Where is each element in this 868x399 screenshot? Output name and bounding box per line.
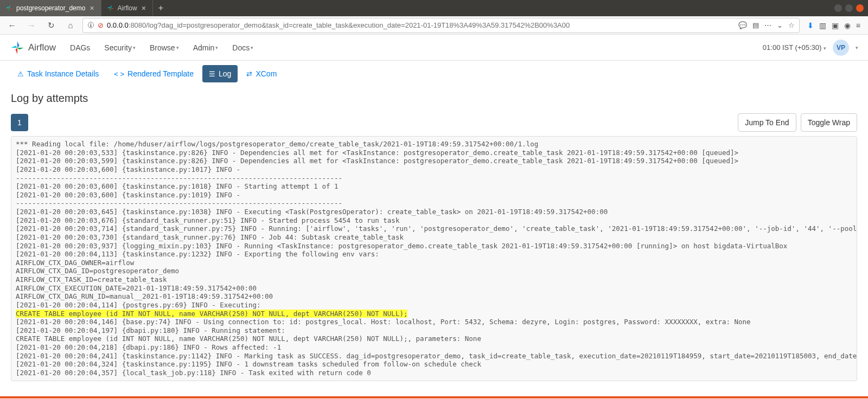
- tab-log[interactable]: ☰ Log: [202, 65, 238, 82]
- nav-browse[interactable]: Browse▾: [150, 43, 179, 52]
- progress-bar: [0, 396, 868, 398]
- airflow-navbar: Airflow DAGs Security▾ Browse▾ Admin▾ Do…: [0, 35, 868, 61]
- nav-admin[interactable]: Admin▾: [193, 43, 219, 52]
- tab-task-instance-details[interactable]: ⚠ Task Instance Details: [11, 65, 105, 82]
- airflow-logo-icon: [10, 40, 25, 55]
- url-text: 0.0.0.0:8080/log?dag_id=postgresoperator…: [107, 21, 735, 29]
- logo-text: Airflow: [28, 42, 56, 53]
- nav-right: 01:00 IST (+05:30) ▾ VP ▾: [763, 40, 858, 56]
- log-post: [2021-01-20 00:20:04,146] {base.py:74} I…: [16, 318, 857, 377]
- favicon-lock-icon: ⊘: [98, 21, 104, 29]
- avatar[interactable]: VP: [833, 40, 849, 56]
- task-subnav: ⚠ Task Instance Details < > Rendered Tem…: [0, 61, 868, 87]
- log-pre: *** Reading local file: /home/hduser/air…: [16, 140, 857, 309]
- browser-tab-1[interactable]: Airflow ×: [101, 0, 153, 16]
- close-icon[interactable]: ×: [141, 4, 147, 12]
- nav-dags[interactable]: DAGs: [70, 43, 90, 52]
- browser-tab-0[interactable]: postgresoperator_demo ×: [0, 0, 101, 16]
- tab-favicon-0: [5, 4, 13, 12]
- tab-label: Log: [219, 69, 231, 78]
- forward-button[interactable]: →: [24, 18, 39, 33]
- page-title: Log by attempts: [11, 92, 857, 105]
- window-controls: [834, 4, 868, 12]
- chevron-down-icon: ▾: [133, 45, 136, 50]
- tab-title-1: Airflow: [118, 4, 137, 12]
- tab-xcom[interactable]: ⇄ XCom: [240, 65, 283, 82]
- library-icon[interactable]: ▥: [819, 21, 826, 30]
- menu-icon[interactable]: ≡: [856, 21, 860, 30]
- close-window-icon[interactable]: [856, 4, 864, 12]
- reader-icon[interactable]: ▤: [752, 21, 759, 29]
- nav-docs[interactable]: Docs▾: [232, 43, 253, 52]
- warning-icon: ⚠: [17, 70, 24, 78]
- maximize-icon[interactable]: [845, 4, 853, 12]
- log-output[interactable]: *** Reading local file: /home/hduser/air…: [11, 136, 857, 381]
- account-icon[interactable]: ◉: [844, 21, 851, 30]
- close-icon[interactable]: ×: [88, 4, 95, 12]
- url-actions: 💬 ▤ ⋯ ⌄ ☆: [738, 21, 795, 29]
- home-button[interactable]: ⌂: [63, 18, 78, 33]
- chevron-down-icon: ▾: [251, 45, 253, 50]
- log-actions: Jump To End Toggle Wrap: [738, 113, 857, 132]
- log-highlighted-sql: CREATE TABLE employee (id INT NOT NULL, …: [16, 310, 407, 318]
- reload-button[interactable]: ↻: [43, 18, 59, 33]
- tab-rendered-template[interactable]: < > Rendered Template: [107, 65, 200, 82]
- star-icon[interactable]: ☆: [788, 21, 795, 29]
- nav-links: DAGs Security▾ Browse▾ Admin▾ Docs▾: [70, 43, 253, 52]
- attempt-1-button[interactable]: 1: [11, 114, 28, 131]
- browser-tab-bar: postgresoperator_demo × Airflow × +: [0, 0, 868, 16]
- url-bar[interactable]: 🛈 ⊘ 0.0.0.0:8080/log?dag_id=postgresoper…: [82, 18, 800, 33]
- back-button[interactable]: ←: [4, 18, 20, 33]
- more-icon[interactable]: ⋯: [764, 21, 771, 29]
- tab-label: XCom: [256, 69, 277, 78]
- new-tab-button[interactable]: +: [153, 3, 169, 13]
- attempts-row: 1 Jump To End Toggle Wrap: [11, 113, 857, 132]
- nav-security[interactable]: Security▾: [104, 43, 136, 52]
- chevron-down-icon[interactable]: ▾: [856, 45, 858, 50]
- swap-icon: ⇄: [246, 70, 252, 78]
- tab-label: Task Instance Details: [27, 69, 99, 78]
- tabs-row: postgresoperator_demo × Airflow × +: [0, 0, 169, 16]
- chevron-down-icon: ▾: [176, 45, 179, 50]
- toggle-wrap-button[interactable]: Toggle Wrap: [801, 113, 857, 132]
- main-content: Log by attempts 1 Jump To End Toggle Wra…: [0, 87, 868, 392]
- minimize-icon[interactable]: [834, 4, 842, 12]
- chevron-down-icon: ▾: [824, 46, 826, 51]
- list-icon: ☰: [209, 70, 215, 78]
- code-icon: < >: [114, 70, 124, 78]
- timezone-display[interactable]: 01:00 IST (+05:30) ▾: [763, 43, 826, 52]
- tab-favicon-1: [107, 4, 114, 12]
- logo[interactable]: Airflow: [10, 40, 56, 55]
- browser-toolbar: ← → ↻ ⌂ 🛈 ⊘ 0.0.0.0:8080/log?dag_id=post…: [0, 16, 868, 35]
- toolbar-right: ⬇ ▥ ▣ ◉ ≡: [804, 21, 864, 30]
- tab-title-0: postgresoperator_demo: [16, 4, 85, 12]
- pocket-icon[interactable]: ⌄: [777, 21, 783, 29]
- jump-to-end-button[interactable]: Jump To End: [738, 113, 796, 132]
- sidebar-icon[interactable]: ▣: [832, 21, 839, 30]
- downloads-icon[interactable]: ⬇: [807, 21, 814, 30]
- shield-icon: 🛈: [87, 21, 94, 29]
- chevron-down-icon: ▾: [215, 45, 218, 50]
- tab-label: Rendered Template: [127, 69, 194, 78]
- hint-icon[interactable]: 💬: [738, 21, 747, 29]
